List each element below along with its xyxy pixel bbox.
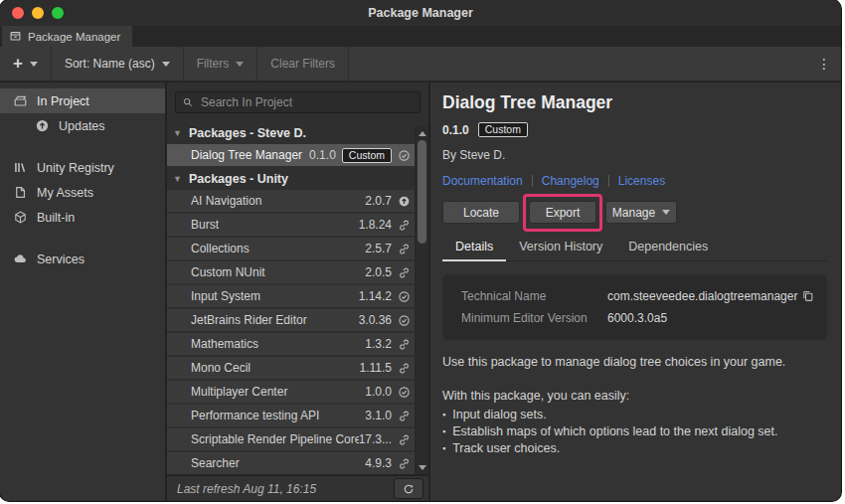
locate-button[interactable]: Locate bbox=[442, 201, 520, 224]
package-manager-window: Package Manager Package Manager + Sort: … bbox=[0, 0, 841, 501]
sidebar-item-unity-registry[interactable]: Unity Registry bbox=[0, 155, 165, 180]
link-icon bbox=[398, 243, 411, 255]
package-list: ▼ Packages - Steve D. Dialog Tree Manage… bbox=[167, 122, 428, 501]
sidebar-item-label: Built-in bbox=[37, 211, 75, 225]
toolbar: + Sort: Name (asc) Filters Clear Filters… bbox=[0, 47, 841, 83]
package-row-searcher[interactable]: Searcher 4.9.3 bbox=[167, 452, 428, 474]
package-meta: 1.8.24 bbox=[359, 218, 411, 232]
refresh-icon bbox=[403, 483, 415, 495]
tab-version-history[interactable]: Version History bbox=[506, 240, 615, 260]
minimize-window-button[interactable] bbox=[32, 7, 44, 19]
group-label: Packages - Unity bbox=[189, 172, 288, 186]
sort-label: Sort: Name (asc) bbox=[65, 57, 155, 71]
sidebar-item-updates[interactable]: Updates bbox=[0, 113, 165, 138]
package-row-input-system[interactable]: Input System 1.14.2 bbox=[167, 285, 428, 307]
package-row-ai-navigation[interactable]: AI Navigation 2.0.7 bbox=[167, 190, 428, 212]
maximize-window-button[interactable] bbox=[52, 7, 64, 19]
filters-dropdown[interactable]: Filters bbox=[184, 47, 258, 81]
link-icon bbox=[398, 266, 411, 279]
package-name: Input System bbox=[191, 289, 359, 303]
search-box[interactable] bbox=[175, 91, 421, 113]
package-name: Searcher bbox=[191, 456, 365, 470]
add-package-button[interactable]: + bbox=[0, 47, 52, 81]
tab-details[interactable]: Details bbox=[442, 240, 506, 261]
foldout-triangle-icon: ▼ bbox=[173, 128, 182, 138]
sidebar-item-in-project[interactable]: In Project bbox=[0, 88, 165, 113]
package-meta: 3.1.0 bbox=[365, 409, 411, 422]
list-scrollbar[interactable] bbox=[415, 126, 428, 474]
package-row-mono-cecil[interactable]: Mono Cecil 1.11.5 bbox=[167, 357, 428, 379]
manage-dropdown-button[interactable]: Manage bbox=[605, 201, 677, 224]
copy-icon[interactable] bbox=[801, 289, 815, 303]
package-meta: 2.0.7 bbox=[365, 194, 411, 208]
export-button[interactable]: Export bbox=[529, 201, 596, 224]
bullet-text: Establish maps of which options lead to … bbox=[452, 423, 777, 440]
package-meta: 0.1.0 Custom bbox=[309, 148, 411, 163]
sidebar-item-my-assets[interactable]: My Assets bbox=[0, 180, 165, 205]
details-pane: Dialog Tree Manager 0.1.0 Custom By Stev… bbox=[430, 83, 841, 501]
refresh-button[interactable] bbox=[394, 478, 423, 499]
package-version: 1.8.24 bbox=[359, 218, 392, 232]
window-title: Package Manager bbox=[368, 6, 473, 20]
sidebar-item-built-in[interactable]: Built-in bbox=[0, 205, 165, 230]
check-circle-icon bbox=[398, 290, 411, 303]
package-row-mathematics[interactable]: Mathematics 1.3.2 bbox=[167, 333, 428, 355]
info-value: 6000.3.0a5 bbox=[607, 311, 815, 325]
last-refresh-text: Last refresh Aug 11, 16:15 bbox=[177, 482, 394, 496]
sort-dropdown[interactable]: Sort: Name (asc) bbox=[52, 47, 184, 81]
package-manager-tab[interactable]: Package Manager bbox=[2, 26, 132, 47]
kebab-menu-icon[interactable]: ⋮ bbox=[807, 56, 841, 72]
package-group-packages-unity[interactable]: ▼ Packages - Unity bbox=[167, 168, 428, 190]
package-name: Scriptable Render Pipeline Core bbox=[191, 432, 359, 446]
search-input[interactable] bbox=[199, 94, 414, 110]
package-name: Custom NUnit bbox=[191, 265, 365, 279]
scroll-up-arrow-icon[interactable] bbox=[416, 127, 428, 139]
package-row-custom-nunit[interactable]: Custom NUnit 2.0.5 bbox=[167, 261, 428, 283]
close-window-button[interactable] bbox=[12, 7, 24, 19]
action-buttons: Locate Export Manage bbox=[442, 201, 827, 224]
tab-dependencies[interactable]: Dependencies bbox=[615, 240, 721, 260]
sidebar-item-label: Updates bbox=[59, 119, 105, 133]
chevron-down-icon bbox=[162, 62, 170, 67]
package-meta: 1.0.0 bbox=[365, 385, 411, 399]
sidebar-item-label: In Project bbox=[37, 94, 89, 108]
sidebar-item-services[interactable]: Services bbox=[0, 247, 165, 271]
bullet-text: Track user choices. bbox=[452, 440, 560, 457]
package-version: 2.0.7 bbox=[365, 194, 392, 208]
window-controls bbox=[12, 7, 64, 19]
scroll-down-arrow-icon[interactable] bbox=[416, 461, 428, 473]
package-name: Dialog Tree Manager bbox=[191, 148, 309, 162]
package-row-jetbrains-rider-editor[interactable]: JetBrains Rider Editor 3.0.36 bbox=[167, 309, 428, 331]
chevron-down-icon bbox=[662, 210, 670, 215]
check-circle-icon bbox=[398, 314, 411, 327]
package-meta: 1.3.2 bbox=[365, 337, 411, 351]
info-row-technical-name: Technical Name com.steeveedee.dialogtree… bbox=[461, 285, 815, 307]
dock-tabstrip: Package Manager bbox=[0, 26, 841, 47]
status-bar: Last refresh Aug 11, 16:15 bbox=[167, 474, 428, 501]
clear-filters-button[interactable]: Clear Filters bbox=[257, 47, 349, 81]
package-group-packages-steve-d[interactable]: ▼ Packages - Steve D. bbox=[167, 122, 428, 144]
package-version: 1.3.2 bbox=[365, 337, 392, 351]
package-version: 1.14.2 bbox=[359, 289, 392, 303]
package-meta: 4.9.3 bbox=[365, 456, 411, 470]
package-meta: 2.0.5 bbox=[365, 265, 411, 279]
licenses-link[interactable]: Licenses bbox=[618, 174, 665, 188]
package-list-pane: ▼ Packages - Steve D. Dialog Tree Manage… bbox=[167, 83, 430, 501]
documentation-link[interactable]: Documentation bbox=[442, 174, 523, 188]
package-row-collections[interactable]: Collections 2.5.7 bbox=[167, 238, 428, 259]
package-author: By Steve D. bbox=[442, 148, 827, 162]
bullet-square-icon: ▪ bbox=[442, 423, 445, 440]
scrollbar-thumb[interactable] bbox=[418, 140, 426, 244]
package-row-multiplayer-center[interactable]: Multiplayer Center 1.0.0 bbox=[167, 381, 428, 403]
package-row-burst[interactable]: Burst 1.8.24 bbox=[167, 214, 428, 236]
changelog-link[interactable]: Changelog bbox=[542, 174, 599, 188]
package-row-dialog-tree-manager[interactable]: Dialog Tree Manager 0.1.0 Custom bbox=[167, 144, 428, 166]
clear-filters-label: Clear Filters bbox=[270, 57, 335, 71]
sidebar: In Project Updates Unity Registry My Ass… bbox=[0, 83, 167, 501]
package-name: Burst bbox=[191, 218, 359, 232]
built-in-icon bbox=[13, 210, 28, 225]
package-version: 17.3... bbox=[359, 432, 392, 446]
package-row-performance-testing-api[interactable]: Performance testing API 3.1.0 bbox=[167, 405, 428, 426]
bullet-square-icon: ▪ bbox=[442, 407, 445, 423]
package-row-scriptable-render-pipeline-core[interactable]: Scriptable Render Pipeline Core 17.3... bbox=[167, 428, 428, 450]
